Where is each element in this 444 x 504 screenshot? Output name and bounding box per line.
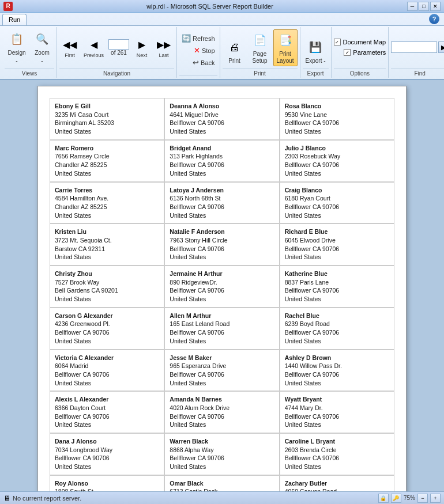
address-name: Marc Romero [55, 144, 159, 153]
address-name: Rosa Blanco [285, 102, 389, 111]
previous-button[interactable]: ◀ Previous [81, 35, 106, 60]
address-line3: United States [170, 463, 274, 471]
print-buttons: 🖨 Print 📄 PageSetup 📑 PrintLayout [223, 27, 298, 67]
address-name: Ashley D Brown [285, 354, 389, 362]
refresh-button[interactable]: 🔄 Refresh [179, 33, 217, 44]
address-line1: 165 East Leland Road [170, 320, 274, 328]
zoom-button[interactable]: 🔍 Zoom - [30, 28, 54, 66]
ribbon-body: 📋 Design - 🔍 Zoom - Views ◀◀ First [0, 25, 444, 79]
status-icon-zoom-out[interactable]: − [417, 494, 428, 503]
print-label: Print [228, 58, 240, 65]
print-layout-button[interactable]: 📑 PrintLayout [273, 29, 298, 66]
export-button[interactable]: 💾 Export - [303, 36, 329, 66]
address-line3: United States [170, 127, 274, 136]
ribbon-group-views: 📋 Design - 🔍 Zoom - Views [2, 27, 57, 78]
address-cell: Kristen Liu 3723 Mt. Sequoia Ct. Barstow… [50, 223, 164, 266]
zoom-level: 75% [404, 495, 415, 501]
address-line1: 7527 Brook Way [55, 278, 159, 287]
find-button[interactable]: ▶ [438, 41, 444, 53]
refresh-label: Refresh [193, 35, 215, 42]
find-input[interactable] [391, 41, 437, 53]
status-icon-zoom-in[interactable]: + [430, 494, 441, 503]
address-line2: Bellflower CA 90706 [170, 245, 274, 253]
find-controls: ▶ [391, 27, 444, 67]
back-button[interactable]: ↩ Back [190, 57, 217, 68]
design-sublabel: - [16, 58, 17, 65]
address-line1: 9530 Vine Lane [285, 111, 389, 119]
document-map-checkbox[interactable]: ✓ [334, 39, 341, 46]
address-name: Deanna A Alonso [170, 102, 274, 111]
address-line3: United States [170, 253, 274, 262]
stop-icon: ✕ [194, 46, 200, 55]
first-button[interactable]: ◀◀ First [59, 35, 80, 60]
page-number-input[interactable]: 1 [108, 39, 129, 50]
address-line2: Bellflower CA 90706 [285, 203, 389, 211]
maximize-button[interactable]: □ [419, 2, 429, 11]
export-buttons: 💾 Export - [303, 27, 329, 67]
next-icon: ▶ [134, 36, 150, 52]
help-button[interactable]: ? [429, 14, 439, 24]
page-setup-button[interactable]: 📄 PageSetup [248, 29, 272, 66]
address-line2: Bellflower CA 90706 [170, 370, 274, 379]
address-name: Kristen Liu [55, 228, 159, 236]
document-map-label: Document Map [343, 39, 386, 46]
address-line1: 6180 Ryan Court [285, 194, 389, 203]
ribbon-group-find: ▶ Find [389, 27, 444, 78]
report-page: Ebony E Gill 3235 Mi Casa Court Birmingh… [37, 86, 407, 491]
last-button[interactable]: ▶▶ Last [153, 35, 174, 60]
address-line3: United States [285, 295, 389, 304]
parameters-label: Parameters [353, 49, 386, 56]
address-line2: Bellflower CA 90706 [170, 454, 274, 463]
previous-label: Previous [84, 52, 104, 58]
page-setup-icon: 📄 [251, 31, 269, 50]
export-group-label: Export [303, 69, 329, 78]
address-cell: Natalie F Anderson 7963 Stony Hill Circl… [164, 223, 279, 266]
address-cell: Jermaine H Arthur 890 RidgeviewDr. Bellf… [164, 266, 279, 308]
address-line2: Bellflower CA 90706 [55, 370, 159, 379]
tab-run[interactable]: Run [2, 14, 27, 25]
next-button[interactable]: ▶ Next [131, 35, 152, 60]
design-button[interactable]: 📋 Design - [5, 28, 29, 66]
content-area: Ebony E Gill 3235 Mi Casa Court Birmingh… [0, 80, 444, 491]
address-cell: Christy Zhou 7527 Brook Way Bell Gardens… [50, 266, 164, 308]
address-line2: Bellflower CA 90706 [55, 412, 159, 421]
address-cell: Jesse M Baker 965 Esperanza Drive Bellfl… [164, 350, 279, 392]
address-cell: Latoya J Andersen 6136 North 68th St Bel… [164, 182, 279, 224]
address-line2: Bell Gardens CA 90201 [55, 286, 159, 295]
minimize-button[interactable]: ─ [407, 2, 417, 11]
back-icon: ↩ [193, 58, 199, 67]
address-line3: United States [285, 463, 389, 471]
options-group-label: Options [334, 69, 386, 78]
parameters-checkbox[interactable]: ✓ [344, 49, 351, 56]
refresh-icon: 🔄 [182, 34, 191, 43]
address-name: Rachel Blue [285, 312, 389, 320]
close-button[interactable]: ✕ [430, 2, 441, 11]
address-cell: Carson G Alexander 4236 Greenwood Pl. Be… [50, 308, 164, 350]
status-icon-1: 🔒 [378, 494, 389, 503]
address-line2: Birmingham AL 35203 [55, 119, 159, 127]
stop-button[interactable]: ✕ Stop [191, 45, 217, 56]
address-line3: United States [285, 253, 389, 262]
address-line1: 6239 Boyd Road [285, 320, 389, 328]
print-button[interactable]: 🖨 Print [223, 36, 247, 66]
address-line1: 4744 Mary Dr. [285, 404, 389, 412]
print-icon: 🖨 [225, 38, 244, 56]
address-name: Omar Black [170, 479, 274, 488]
address-line3: United States [285, 211, 389, 220]
address-name: Jesse M Baker [170, 354, 274, 362]
address-name: Jermaine H Arthur [170, 270, 274, 278]
address-line3: United States [285, 169, 389, 178]
address-line3: United States [55, 127, 159, 136]
zoom-sublabel: - [41, 58, 43, 65]
address-cell: Rachel Blue 6239 Boyd Road Bellflower CA… [280, 308, 394, 350]
address-name: Latoya J Andersen [170, 186, 274, 195]
ribbon-group-options: ✓ Document Map ✓ Parameters Options [332, 27, 389, 78]
ribbon-group-export: 💾 Export - Export [300, 27, 332, 78]
document-map-option[interactable]: ✓ Document Map [334, 38, 386, 46]
address-line3: United States [170, 379, 274, 388]
refresh-group-label [179, 75, 217, 78]
address-line1: 1440 Willow Pass Dr. [285, 362, 389, 370]
address-line2: Bellflower CA 90706 [170, 286, 274, 295]
address-line2: Bellflower CA 90706 [285, 454, 389, 463]
parameters-option[interactable]: ✓ Parameters [344, 48, 386, 56]
